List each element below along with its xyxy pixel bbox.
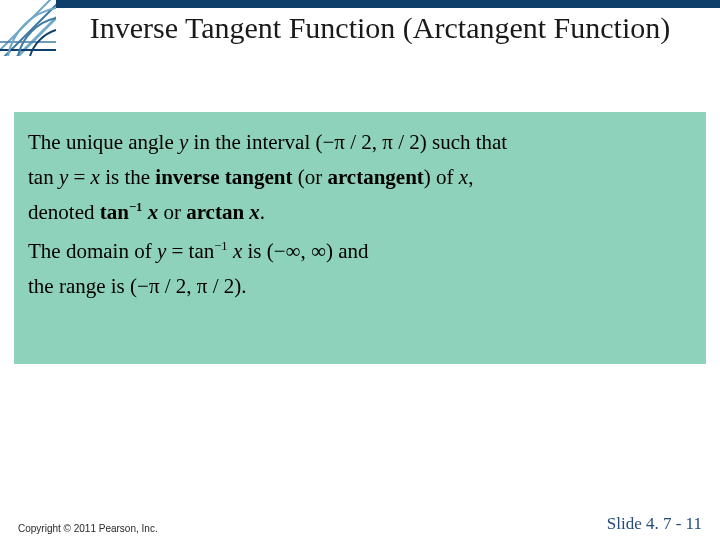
text: such that bbox=[427, 130, 507, 154]
var-x: x bbox=[228, 239, 243, 263]
text: arctan bbox=[186, 200, 249, 224]
definition-line-3: denoted tan−1 x or arctan x. bbox=[28, 200, 692, 225]
text: the range is bbox=[28, 274, 130, 298]
text: is bbox=[242, 239, 267, 263]
var-x: x bbox=[249, 200, 260, 224]
text: (or bbox=[292, 165, 327, 189]
header-accent-bar bbox=[48, 0, 720, 8]
text: The domain of bbox=[28, 239, 157, 263]
term-inverse-tangent: inverse tangent bbox=[155, 165, 292, 189]
text: = tan bbox=[166, 239, 214, 263]
text: , bbox=[468, 165, 473, 189]
text: . bbox=[241, 274, 246, 298]
var-x: x bbox=[142, 200, 158, 224]
text: and bbox=[333, 239, 369, 263]
slide-number: Slide 4. 7 - 11 bbox=[607, 514, 702, 534]
text: tan bbox=[28, 165, 59, 189]
definition-line-2: tan y = x is the inverse tangent (or arc… bbox=[28, 165, 692, 190]
domain: (−∞, ∞) bbox=[267, 239, 333, 263]
range: (−π / 2, π / 2) bbox=[130, 274, 241, 298]
text: . bbox=[260, 200, 265, 224]
var-y: y bbox=[179, 130, 188, 154]
var-x: x bbox=[91, 165, 100, 189]
text: The unique angle bbox=[28, 130, 179, 154]
var-y: y bbox=[59, 165, 68, 189]
slide: Inverse Tangent Function (Arctangent Fun… bbox=[0, 0, 720, 540]
footer: Copyright © 2011 Pearson, Inc. Slide 4. … bbox=[0, 512, 720, 534]
text: denoted bbox=[28, 200, 100, 224]
var-y: y bbox=[157, 239, 166, 263]
text: is the bbox=[100, 165, 155, 189]
superscript: −1 bbox=[214, 239, 227, 253]
corner-decoration-icon bbox=[0, 0, 56, 56]
definition-box: The unique angle y in the interval (−π /… bbox=[14, 112, 706, 364]
text: in the interval bbox=[188, 130, 315, 154]
definition-line-1: The unique angle y in the interval (−π /… bbox=[28, 130, 692, 155]
var-x: x bbox=[459, 165, 468, 189]
definition-line-5: the range is (−π / 2, π / 2). bbox=[28, 274, 692, 299]
slide-title: Inverse Tangent Function (Arctangent Fun… bbox=[60, 10, 700, 46]
text: = bbox=[68, 165, 90, 189]
superscript: −1 bbox=[129, 200, 142, 214]
text: tan bbox=[100, 200, 129, 224]
term-arctangent: arctangent bbox=[327, 165, 423, 189]
text: ) of bbox=[424, 165, 459, 189]
text: or bbox=[158, 200, 186, 224]
definition-line-4: The domain of y = tan−1 x is (−∞, ∞) and bbox=[28, 239, 692, 264]
copyright-text: Copyright © 2011 Pearson, Inc. bbox=[18, 523, 158, 534]
interval: (−π / 2, π / 2) bbox=[316, 130, 427, 154]
